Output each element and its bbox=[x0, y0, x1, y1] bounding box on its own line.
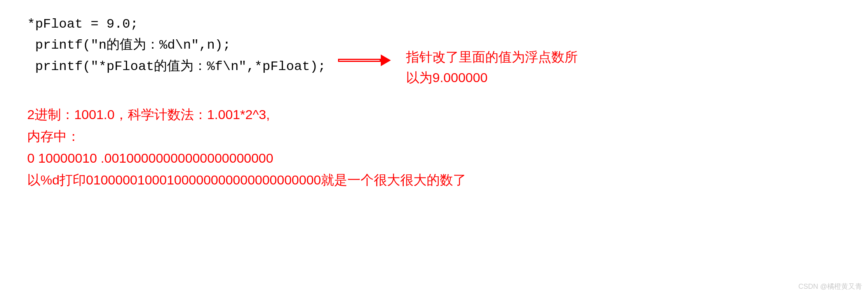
watermark: CSDN @橘橙黄又青 bbox=[798, 282, 862, 291]
annotation-line-2: 以为9.000000 bbox=[406, 67, 578, 88]
code-line-1: *pFloat = 9.0; bbox=[27, 14, 326, 35]
code-line-2: printf("n的值为：%d\n",n); bbox=[27, 35, 326, 56]
explanation-line-4: 以%d打印01000001000100000000000000000000就是一… bbox=[27, 169, 466, 191]
arrow-shaft bbox=[338, 59, 381, 62]
arrow-head bbox=[381, 54, 391, 66]
arrow-icon bbox=[338, 54, 391, 66]
annotation-line-1: 指针改了里面的值为浮点数所 bbox=[406, 47, 578, 67]
code-block: *pFloat = 9.0; printf("n的值为：%d\n",n); pr… bbox=[27, 14, 326, 77]
explanation-line-1: 2进制：1001.0，科学计数法：1.001*2^3, bbox=[27, 104, 466, 125]
annotation-right: 指针改了里面的值为浮点数所 以为9.000000 bbox=[406, 47, 578, 88]
explanation-block: 2进制：1001.0，科学计数法：1.001*2^3, 内存中： 0 10000… bbox=[27, 104, 466, 191]
code-line-3: printf("*pFloat的值为：%f\n",*pFloat); bbox=[27, 56, 326, 77]
explanation-line-2: 内存中： bbox=[27, 125, 466, 147]
explanation-line-3: 0 10000010 .00100000000000000000000 bbox=[27, 147, 466, 169]
